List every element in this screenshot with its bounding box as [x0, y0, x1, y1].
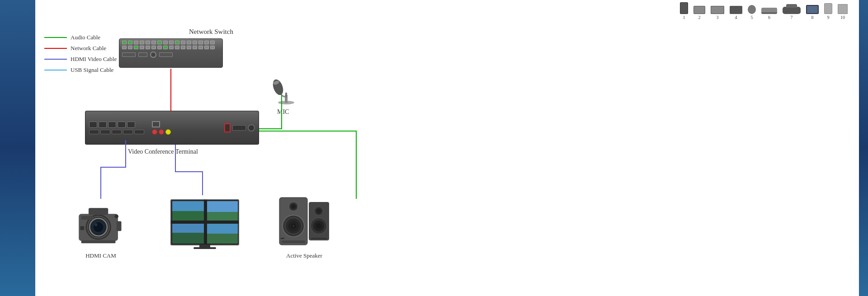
svg-rect-14: [117, 221, 122, 231]
switch-port: [163, 41, 168, 44]
vct-hdmi-port: [134, 130, 144, 134]
switch-port: [151, 41, 156, 44]
switch-port: [169, 46, 174, 49]
switch-connector: [159, 52, 173, 57]
switch-port: [134, 46, 138, 49]
switch-port: [151, 46, 156, 49]
svg-rect-23: [206, 212, 238, 221]
device-3: 3: [711, 6, 724, 20]
device-7: 7: [783, 7, 801, 20]
switch-port: [187, 46, 191, 49]
switch-port: [175, 46, 179, 49]
switch-port: [128, 46, 132, 49]
device-10: 10: [838, 4, 848, 20]
hdmi-cable-line: [44, 59, 67, 60]
switch-port: [204, 46, 209, 49]
switch-port: [128, 41, 132, 44]
device-5: 5: [748, 5, 756, 20]
svg-rect-16: [80, 226, 85, 230]
switch-port: [134, 41, 138, 44]
device-2: 2: [693, 6, 705, 20]
vct-port: [108, 122, 116, 128]
switch-port: [181, 46, 185, 49]
switch-port: [140, 46, 144, 49]
network-switch-device: [119, 38, 223, 68]
device-num-1: 1: [683, 15, 685, 20]
switch-port: [157, 46, 162, 49]
vct-port: [99, 122, 107, 128]
device-num-2: 2: [698, 15, 701, 20]
switch-port: [146, 46, 150, 49]
switch-port: [210, 41, 215, 44]
svg-rect-49: [281, 238, 284, 239]
svg-point-34: [316, 208, 321, 214]
svg-point-37: [316, 223, 321, 229]
right-sidebar: [859, 0, 868, 296]
legend-usb: USB Signal Cable: [44, 66, 117, 74]
svg-point-15: [114, 214, 118, 218]
legend-audio: Audio Cable: [44, 34, 117, 41]
svg-rect-29: [171, 221, 239, 224]
device-num-10: 10: [840, 15, 845, 20]
switch-port: [169, 41, 174, 44]
top-device-strip: 1 2 3 4 5 6 7 8: [680, 2, 848, 20]
vct-rca-red: [152, 129, 157, 135]
device-1: 1: [680, 2, 688, 20]
network-cable-line: [44, 48, 67, 49]
vct-hdmi-port: [100, 130, 110, 134]
device-num-3: 3: [717, 15, 719, 20]
usb-cable-line: [44, 70, 67, 70]
audio-cable-label: Audio Cable: [71, 34, 100, 41]
svg-rect-12: [89, 208, 108, 215]
svg-point-10: [94, 223, 98, 226]
device-num-8: 8: [811, 15, 814, 20]
device-num-4: 4: [735, 15, 737, 20]
vct-button: [224, 123, 231, 132]
vct-rca-red2: [159, 129, 164, 135]
vct-rca-yellow: [165, 129, 171, 135]
vct-serial-port: [232, 125, 246, 131]
svg-rect-38: [311, 238, 327, 239]
switch-connector: [122, 52, 136, 57]
switch-port: [187, 41, 191, 44]
audio-cable-line: [44, 37, 67, 38]
svg-point-42: [292, 206, 294, 207]
device-num-9: 9: [827, 15, 830, 20]
vct-port: [127, 122, 135, 128]
svg-rect-48: [282, 240, 305, 243]
svg-rect-31: [193, 247, 216, 249]
vct-port: [89, 122, 97, 128]
vct-hdmi-port: [89, 130, 99, 134]
display-icon: [169, 195, 241, 254]
svg-point-47: [292, 225, 294, 227]
network-cable-label: Network Cable: [71, 45, 106, 52]
device-8: 8: [806, 5, 819, 20]
mic-icon: [268, 70, 304, 106]
speaker-icon: [275, 195, 334, 249]
device-num-6: 6: [768, 15, 770, 20]
device-9: 9: [824, 3, 832, 20]
svg-rect-13: [81, 240, 116, 244]
svg-rect-17: [81, 216, 93, 220]
svg-rect-25: [172, 233, 205, 244]
device-num-7: 7: [791, 15, 793, 20]
svg-rect-4: [285, 93, 287, 97]
legend-network: Network Cable: [44, 45, 117, 52]
switch-port: [204, 41, 209, 44]
switch-port: [181, 41, 185, 44]
main-content: 1 2 3 4 5 6 7 8: [35, 0, 859, 296]
mic-label: MIC: [277, 108, 289, 116]
switch-port: [193, 41, 197, 44]
switch-port: [198, 41, 203, 44]
vct-port: [118, 122, 126, 128]
svg-rect-21: [172, 211, 205, 221]
speaker-label: Active Speaker: [275, 252, 334, 259]
vct-hdmi-port: [112, 130, 122, 134]
cam-label: HDMI CAM: [71, 252, 130, 259]
network-switch-label: Network Switch: [189, 28, 233, 36]
vct-device: [85, 111, 259, 145]
vct-ethernet: [152, 121, 160, 127]
vct-audio-jack: [248, 124, 255, 132]
switch-port: [157, 41, 162, 44]
switch-port: [175, 41, 179, 44]
